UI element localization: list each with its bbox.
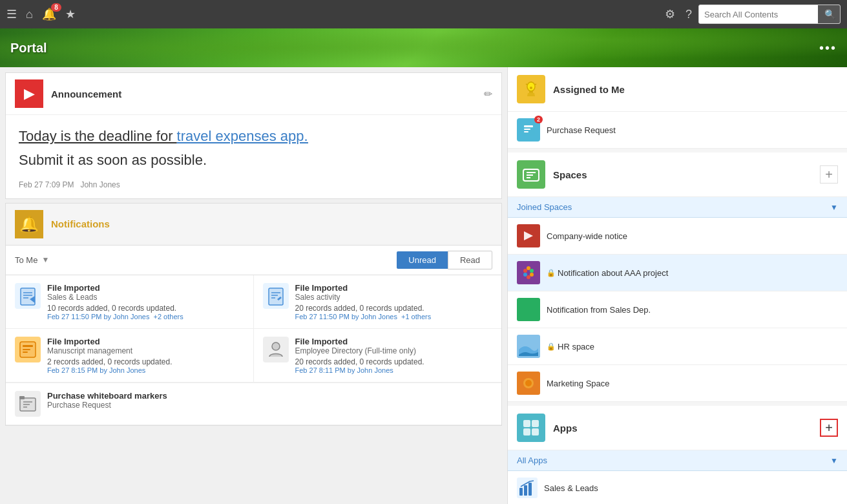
help-icon[interactable]: ? [685, 8, 692, 21]
announcement-link[interactable]: travel expenses app. [177, 128, 308, 144]
svg-rect-13 [23, 345, 33, 347]
notif-item-meta: Feb 27 11:50 PM by John Jones +2 others [47, 313, 244, 320]
app-item-icon [517, 478, 538, 498]
assigned-to-me-title: Assigned to Me [553, 84, 838, 95]
spaces-title: Spaces [553, 169, 820, 180]
spaces-dropdown-chevron-icon: ▼ [830, 203, 838, 212]
svg-point-45 [523, 273, 527, 277]
notif-item-icon [263, 337, 289, 362]
notif-item-meta: Feb 27 8:11 PM by John Jones [295, 366, 493, 374]
svg-rect-57 [519, 488, 523, 496]
svg-rect-48 [519, 300, 538, 319]
svg-rect-56 [532, 428, 539, 436]
apps-dropdown-chevron-icon: ▼ [830, 456, 838, 465]
svg-line-29 [535, 84, 536, 85]
space-item-label: HR space [558, 342, 594, 352]
svg-point-43 [527, 266, 530, 270]
app-item-sales-leads[interactable]: Sales & Leads [508, 471, 847, 504]
space-item-label: Notification about AAA project [558, 268, 668, 278]
menu-icon[interactable]: ☰ [6, 7, 17, 21]
notif-item-title: File Imported [295, 283, 493, 293]
apps-section: Apps + All Apps ▼ Sales & Leads [508, 406, 847, 504]
space-item-aaa[interactable]: 🔒 Notification about AAA project [508, 255, 847, 291]
svg-point-46 [527, 275, 530, 279]
notif-item-sub: Manuscript management [47, 346, 244, 355]
notif-purchase-sub: Purchase Request [47, 401, 492, 410]
notif-item-sub: Employee Directory (Full-time only) [295, 346, 493, 355]
svg-rect-54 [532, 420, 539, 427]
btn-read[interactable]: Read [448, 251, 492, 269]
notification-badge: 8 [51, 3, 61, 12]
svg-rect-26 [529, 91, 533, 93]
bell-icon[interactable]: 🔔 8 [42, 7, 56, 21]
notif-item-meta: Feb 27 8:15 PM by John Jones [47, 366, 244, 374]
space-item-thumb [517, 261, 540, 284]
apps-add-button[interactable]: + [820, 419, 838, 437]
notif-item-sub: Sales activity [295, 293, 493, 302]
svg-point-44 [530, 269, 534, 273]
home-icon[interactable]: ⌂ [26, 8, 33, 21]
notif-item-title: File Imported [47, 337, 244, 346]
lock-icon: 🔒 [547, 269, 556, 277]
notif-item-icon [15, 283, 41, 309]
portal-options[interactable]: ••• [819, 41, 837, 56]
spaces-section: Spaces + Joined Spaces ▼ Company-wide no… [508, 152, 847, 402]
apps-dropdown[interactable]: All Apps ▼ [508, 450, 847, 471]
notif-item-icon [263, 283, 289, 309]
assigned-icon-box [517, 75, 545, 103]
announcement-text-main: Today is the deadline for travel expense… [19, 127, 488, 147]
btn-unread[interactable]: Unread [397, 251, 448, 269]
apps-dropdown-label: All Apps [517, 456, 830, 465]
filter-chevron-icon: ▼ [41, 255, 49, 264]
notif-purchase-content: Purchase whiteboard markers Purchase Req… [47, 391, 492, 412]
announcement-title: Announcement [51, 89, 484, 100]
filter-label: To Me [15, 255, 37, 265]
svg-rect-33 [524, 129, 530, 130]
announcement-card: ▶ Announcement ✏ Today is the deadline f… [5, 72, 502, 199]
svg-line-30 [526, 84, 527, 85]
star-icon[interactable]: ★ [65, 7, 76, 21]
spaces-dropdown[interactable]: Joined Spaces ▼ [508, 197, 847, 218]
purchase-request-badge: 2 [534, 116, 543, 123]
notif-item-desc: 2 records added, 0 records updated. [47, 357, 244, 366]
announcement-meta: Feb 27 7:09 PM John Jones [19, 180, 488, 189]
notif-item[interactable]: File Imported Sales & Leads 10 records a… [6, 275, 254, 329]
notif-item-desc: 10 records added, 0 records updated. [47, 304, 244, 313]
svg-point-27 [530, 87, 532, 89]
svg-rect-15 [23, 352, 28, 353]
svg-point-52 [525, 380, 532, 386]
spaces-dropdown-label: Joined Spaces [517, 202, 830, 212]
announcement-body: Today is the deadline for travel expense… [6, 115, 501, 198]
space-item-thumb [517, 224, 540, 247]
top-nav: ☰ ⌂ 🔔 8 ★ ⚙ ? 🔍 [0, 0, 847, 28]
gear-icon[interactable]: ⚙ [665, 7, 675, 21]
search-input[interactable] [699, 6, 818, 23]
notif-item[interactable]: File Imported Sales activity 20 records … [254, 275, 502, 329]
space-item-marketing[interactable]: Marketing Space [508, 365, 847, 402]
notif-item[interactable]: File Imported Manuscript management 2 re… [6, 329, 254, 383]
notif-item[interactable]: File Imported Employee Directory (Full-t… [254, 329, 502, 383]
right-panel: Assigned to Me 2 Purchase Request [507, 67, 847, 504]
spaces-add-button[interactable]: + [820, 165, 838, 184]
svg-rect-53 [523, 420, 530, 427]
filter-to-me[interactable]: To Me ▼ [15, 255, 49, 265]
left-panel: ▶ Announcement ✏ Today is the deadline f… [0, 67, 507, 504]
portal-title: Portal [10, 41, 47, 56]
assigned-purchase-request[interactable]: 2 Purchase Request [508, 112, 847, 149]
notif-purchase-row[interactable]: Purchase whiteboard markers Purchase Req… [6, 383, 501, 425]
notif-item-title: File Imported [295, 337, 493, 346]
spaces-icon-box [517, 160, 545, 189]
space-item-label: Notification from Sales Dep. [547, 305, 651, 315]
notif-item-meta: Feb 27 11:50 PM by John Jones +1 others [295, 313, 493, 320]
announcement-edit-icon[interactable]: ✏ [484, 88, 492, 100]
search-button[interactable]: 🔍 [818, 5, 841, 23]
space-item-hr[interactable]: 🔒 HR space [508, 328, 847, 365]
space-item-thumb [517, 372, 540, 395]
svg-point-42 [523, 269, 527, 273]
notifications-filter-row: To Me ▼ Unread Read [6, 246, 501, 275]
space-item-company-wide[interactable]: Company-wide notice [508, 218, 847, 255]
notifications-title: Notifications [51, 218, 110, 229]
notif-item-desc: 20 records added, 0 records updated. [295, 357, 493, 366]
svg-rect-14 [23, 349, 30, 350]
space-item-sales[interactable]: Notification from Sales Dep. [508, 291, 847, 328]
